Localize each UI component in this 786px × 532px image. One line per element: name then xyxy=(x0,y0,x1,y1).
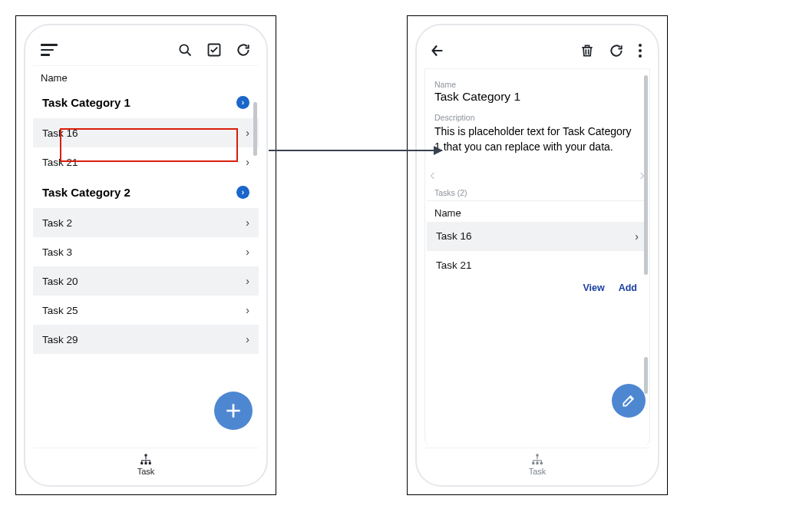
description-value: This is placeholder text for Task Catego… xyxy=(427,122,648,161)
task-row[interactable]: Task 29 › xyxy=(33,325,259,354)
task-label: Task 16 xyxy=(42,127,78,139)
phone-body-left: Name Task Category 1 › Task 16 › Task 21… xyxy=(24,24,268,487)
hierarchy-icon xyxy=(530,453,545,467)
connector-arrow xyxy=(269,150,442,151)
task-row[interactable]: Task 20 › xyxy=(33,266,259,296)
chevron-right-circle-icon[interactable]: › xyxy=(236,186,249,199)
bottom-nav[interactable]: Task xyxy=(33,448,259,477)
bottom-tab-label: Task xyxy=(529,467,547,476)
back-icon[interactable] xyxy=(429,42,446,59)
chevron-right-icon: › xyxy=(246,275,249,287)
phone-body-right: Name Task Category 1 Description This is… xyxy=(415,24,659,487)
scrollbar[interactable] xyxy=(644,357,648,394)
svg-rect-15 xyxy=(532,462,534,464)
svg-rect-8 xyxy=(149,462,151,464)
task-row[interactable]: Task 21 xyxy=(427,251,648,279)
add-fab[interactable] xyxy=(214,392,253,430)
more-icon[interactable] xyxy=(638,43,642,58)
detail-topbar xyxy=(424,39,650,69)
task-row[interactable]: Task 21 › xyxy=(33,147,259,177)
task-label: Task 3 xyxy=(42,246,72,258)
chevron-right-icon: › xyxy=(246,246,249,258)
chevron-right-icon: › xyxy=(246,156,249,168)
chevron-right-icon: › xyxy=(246,216,249,229)
view-link[interactable]: View xyxy=(583,283,604,293)
svg-rect-7 xyxy=(145,462,147,464)
chevron-left-icon[interactable]: ‹ xyxy=(430,166,435,183)
svg-rect-14 xyxy=(537,454,539,457)
task-label: Task 25 xyxy=(42,305,78,316)
svg-point-11 xyxy=(639,44,642,47)
add-link[interactable]: Add xyxy=(619,283,637,293)
task-label: Task 21 xyxy=(436,259,472,271)
svg-rect-5 xyxy=(145,454,147,457)
task-row[interactable]: Task 16 › xyxy=(33,118,259,147)
list-topbar xyxy=(33,39,259,66)
related-tabs: ‹ › xyxy=(427,161,648,188)
svg-rect-16 xyxy=(537,462,539,464)
svg-line-1 xyxy=(187,52,191,56)
trash-icon[interactable] xyxy=(580,43,595,58)
phone-frame-left: Name Task Category 1 › Task 16 › Task 21… xyxy=(15,15,276,495)
task-row[interactable]: Task 2 › xyxy=(33,208,259,237)
svg-point-13 xyxy=(639,55,642,58)
task-row[interactable]: Task 25 › xyxy=(33,296,259,325)
chevron-right-icon: › xyxy=(246,304,249,316)
task-label: Task 29 xyxy=(42,334,78,345)
category-label: Task Category 1 xyxy=(42,96,130,109)
chevron-right-circle-icon[interactable]: › xyxy=(236,96,249,109)
chevron-right-icon: › xyxy=(635,230,639,243)
chevron-right-icon: › xyxy=(246,333,249,345)
svg-point-0 xyxy=(180,45,188,53)
category-row[interactable]: Task Category 1 › xyxy=(33,87,259,118)
svg-rect-17 xyxy=(540,462,543,464)
task-label: Task 20 xyxy=(42,276,78,287)
edit-fab[interactable] xyxy=(612,384,646,418)
bottom-nav[interactable]: Task xyxy=(424,448,650,477)
scrollbar[interactable] xyxy=(253,102,257,156)
task-row[interactable]: Task 16 › xyxy=(427,222,648,251)
chevron-right-icon: › xyxy=(246,127,249,139)
checkbox-icon[interactable] xyxy=(206,42,222,58)
description-label: Description xyxy=(427,108,648,122)
task-row[interactable]: Task 3 › xyxy=(33,237,259,266)
category-label: Task Category 2 xyxy=(42,186,130,199)
scrollbar[interactable] xyxy=(644,75,648,275)
refresh-icon[interactable] xyxy=(609,43,624,58)
svg-rect-6 xyxy=(140,462,143,464)
svg-point-12 xyxy=(639,49,642,52)
search-icon[interactable] xyxy=(177,42,193,58)
bottom-tab-label: Task xyxy=(137,467,155,476)
hierarchy-icon xyxy=(138,453,154,467)
filter-icon[interactable] xyxy=(41,44,58,56)
name-value: Task Category 1 xyxy=(427,89,648,108)
refresh-icon[interactable] xyxy=(236,42,251,58)
name-label: Name xyxy=(427,75,648,89)
column-header-name: Name xyxy=(427,200,648,222)
task-label: Task 16 xyxy=(436,230,472,242)
task-label: Task 21 xyxy=(42,157,78,168)
phone-frame-right: Name Task Category 1 Description This is… xyxy=(407,15,668,495)
column-header-name: Name xyxy=(33,66,259,87)
category-row[interactable]: Task Category 2 › xyxy=(33,177,259,208)
task-label: Task 2 xyxy=(42,217,72,229)
tasks-tab-label[interactable]: Tasks (2) xyxy=(427,188,648,197)
